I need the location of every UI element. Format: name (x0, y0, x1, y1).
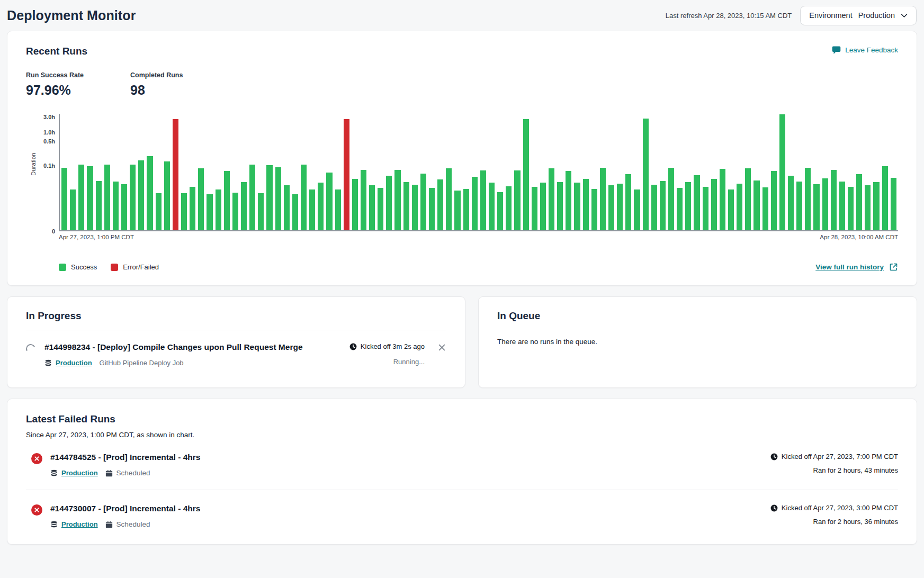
run-bar-success[interactable] (446, 168, 452, 230)
run-bar-success[interactable] (771, 171, 777, 230)
run-bar-success[interactable] (258, 193, 264, 230)
run-bar-success[interactable] (463, 189, 469, 230)
run-bar-success[interactable] (788, 176, 794, 230)
run-bar-success[interactable] (711, 179, 717, 230)
run-bar-success[interactable] (61, 168, 67, 230)
run-bar-success[interactable] (651, 185, 657, 230)
run-bar-success[interactable] (480, 170, 486, 230)
run-bar-success[interactable] (737, 184, 742, 230)
run-bar-success[interactable] (497, 192, 503, 230)
run-bar-success[interactable] (685, 182, 691, 230)
run-bar-success[interactable] (454, 191, 460, 230)
run-bar-success[interactable] (472, 177, 478, 230)
run-bar-success[interactable] (164, 161, 170, 230)
failed-run-environment-link[interactable]: Production (50, 520, 98, 528)
run-bar-success[interactable] (839, 182, 845, 230)
close-icon[interactable] (437, 343, 446, 352)
run-bar-success[interactable] (292, 194, 298, 230)
run-bar-success[interactable] (831, 170, 837, 230)
run-bar-success[interactable] (437, 179, 443, 230)
run-bar-success[interactable] (703, 187, 708, 230)
run-bar-success[interactable] (532, 187, 537, 230)
run-bar-success[interactable] (873, 182, 879, 230)
run-bar-success[interactable] (489, 183, 495, 230)
run-bar-success[interactable] (232, 193, 238, 230)
run-bar-success[interactable] (216, 189, 221, 230)
run-bar-success[interactable] (87, 166, 93, 230)
run-bar-success[interactable] (574, 183, 580, 230)
run-bar-success[interactable] (805, 168, 811, 230)
run-bar-success[interactable] (822, 178, 828, 230)
run-bar-success[interactable] (309, 189, 315, 230)
run-bar-success[interactable] (284, 185, 290, 230)
run-bar-success[interactable] (241, 182, 247, 230)
run-bar-success[interactable] (275, 167, 281, 230)
run-bar-success[interactable] (753, 180, 759, 230)
run-bar-success[interactable] (514, 170, 520, 230)
run-bar-success[interactable] (865, 185, 871, 230)
run-bar-success[interactable] (591, 189, 597, 230)
run-bar-success[interactable] (130, 165, 136, 230)
run-bar-success[interactable] (856, 174, 862, 230)
run-bar-success[interactable] (301, 165, 307, 230)
run-bar-success[interactable] (848, 187, 854, 230)
run-bar-success[interactable] (190, 187, 195, 230)
run-bar-success[interactable] (506, 186, 512, 230)
run-bar-success[interactable] (352, 179, 358, 230)
run-bar-success[interactable] (386, 176, 392, 230)
run-bar-success[interactable] (156, 193, 162, 230)
run-bar-success[interactable] (566, 171, 571, 230)
run-bar-success[interactable] (224, 171, 230, 230)
run-bar-success[interactable] (540, 183, 546, 230)
run-bar-success[interactable] (625, 174, 631, 230)
leave-feedback-link[interactable]: Leave Feedback (832, 46, 898, 55)
run-bar-success[interactable] (882, 166, 888, 230)
run-bar-failed[interactable] (344, 119, 349, 230)
run-bar-success[interactable] (796, 182, 802, 230)
run-bar-success[interactable] (583, 179, 589, 230)
run-bar-success[interactable] (266, 165, 272, 230)
run-bar-success[interactable] (207, 194, 212, 230)
run-bar-failed[interactable] (173, 119, 178, 230)
run-bar-success[interactable] (181, 193, 187, 230)
run-bar-success[interactable] (660, 181, 666, 230)
run-bar-success[interactable] (634, 189, 640, 230)
run-bar-success[interactable] (728, 189, 734, 230)
run-bar-success[interactable] (557, 182, 563, 230)
run-bar-success[interactable] (198, 168, 204, 230)
run-bar-success[interactable] (779, 114, 785, 230)
run-bar-success[interactable] (394, 170, 400, 230)
run-bar-success[interactable] (378, 188, 383, 230)
run-bar-success[interactable] (138, 160, 144, 230)
run-bar-success[interactable] (523, 119, 529, 230)
run-bar-success[interactable] (429, 188, 435, 230)
run-bar-success[interactable] (677, 188, 683, 230)
run-bar-success[interactable] (891, 178, 896, 230)
run-bar-success[interactable] (549, 168, 554, 230)
run-bar-success[interactable] (70, 189, 76, 230)
run-bar-success[interactable] (78, 165, 84, 230)
run-bar-success[interactable] (813, 184, 819, 230)
run-bar-success[interactable] (369, 185, 375, 230)
run-bar-success[interactable] (420, 174, 426, 230)
run-bar-success[interactable] (745, 168, 751, 230)
run-bar-success[interactable] (113, 182, 119, 230)
run-bar-success[interactable] (403, 182, 409, 230)
run-bar-success[interactable] (762, 187, 768, 230)
view-full-run-history-link[interactable]: View full run history (815, 263, 898, 272)
run-bar-success[interactable] (608, 185, 614, 230)
run-bar-success[interactable] (361, 170, 366, 230)
run-bar-success[interactable] (617, 184, 623, 230)
run-bar-success[interactable] (96, 181, 102, 230)
run-bar-success[interactable] (318, 183, 324, 230)
run-bar-success[interactable] (121, 184, 127, 230)
environment-dropdown[interactable]: Environment Production (800, 6, 917, 25)
failed-run-environment-link[interactable]: Production (50, 469, 98, 477)
run-bar-success[interactable] (412, 185, 418, 230)
run-bar-success[interactable] (643, 119, 649, 230)
run-bar-success[interactable] (335, 189, 341, 230)
run-bar-success[interactable] (147, 156, 152, 230)
run-bar-success[interactable] (668, 168, 674, 230)
run-bar-success[interactable] (600, 168, 606, 230)
run-bar-success[interactable] (326, 173, 332, 230)
